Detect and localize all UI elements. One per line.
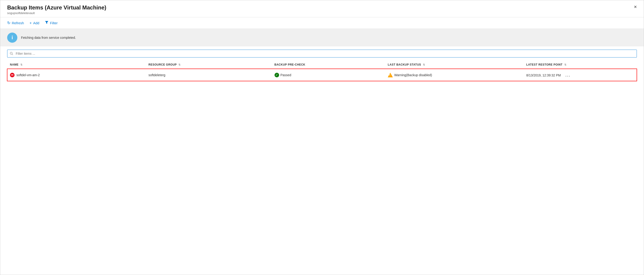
- notification-message: Fetching data from service completed.: [21, 36, 76, 39]
- add-icon: +: [30, 21, 32, 25]
- col-header-latest-restore-point[interactable]: LATEST RESTORE POINT ⇅: [524, 61, 637, 69]
- refresh-label: Refresh: [12, 21, 24, 25]
- add-label: Add: [33, 21, 39, 25]
- search-bar: [7, 50, 637, 57]
- stop-icon: [10, 73, 14, 77]
- col-header-last-backup-status[interactable]: LAST BACKUP STATUS ⇅: [385, 61, 524, 69]
- warning-icon: [388, 73, 393, 77]
- filter-icon: [45, 20, 48, 25]
- data-table: NAME ⇅ RESOURCE GROUP ⇅ BACKUP PRE-CHECK…: [7, 61, 637, 81]
- sort-icon-name: ⇅: [20, 63, 23, 66]
- filter-button[interactable]: Filter: [45, 20, 58, 25]
- col-header-name[interactable]: NAME ⇅: [7, 61, 146, 69]
- svg-marker-0: [45, 21, 48, 24]
- table-container: NAME ⇅ RESOURCE GROUP ⇅ BACKUP PRE-CHECK…: [0, 61, 644, 81]
- sort-icon-latest: ⇅: [564, 63, 566, 66]
- table-row[interactable]: softdel-vm-am-2 softdeleterg ✓ Passed: [7, 69, 637, 81]
- cell-resource-group: softdeleterg: [146, 69, 272, 81]
- panel-title: Backup Items (Azure Virtual Machine): [7, 4, 637, 11]
- notification-bar: i Fetching data from service completed.: [0, 29, 644, 46]
- close-button[interactable]: ×: [634, 4, 637, 9]
- cell-latest-restore-point: 8/13/2019, 12:39:32 PM ...: [524, 69, 637, 81]
- sort-icon-rg: ⇅: [178, 63, 181, 66]
- table-header-row: NAME ⇅ RESOURCE GROUP ⇅ BACKUP PRE-CHECK…: [7, 61, 637, 69]
- search-input[interactable]: [7, 50, 637, 57]
- more-options-button[interactable]: ...: [565, 72, 570, 78]
- sort-icon-last: ⇅: [423, 63, 425, 66]
- toolbar: ↻ Refresh + Add Filter: [0, 17, 644, 29]
- cell-last-backup-status: Warning(Backup disabled): [385, 69, 524, 81]
- check-icon: ✓: [274, 73, 279, 77]
- panel-header: Backup Items (Azure Virtual Machine) sog…: [0, 0, 644, 17]
- col-header-backup-pre-check[interactable]: BACKUP PRE-CHECK: [272, 61, 385, 69]
- refresh-button[interactable]: ↻ Refresh: [7, 20, 24, 25]
- refresh-icon: ↻: [7, 20, 10, 25]
- cell-backup-pre-check: ✓ Passed: [272, 69, 385, 81]
- panel-subtitle: sogupsoftdeletevault: [7, 11, 637, 15]
- info-icon: i: [7, 32, 17, 43]
- filter-label: Filter: [50, 21, 58, 25]
- add-button[interactable]: + Add: [30, 21, 40, 25]
- panel: Backup Items (Azure Virtual Machine) sog…: [0, 0, 644, 275]
- cell-name: softdel-vm-am-2: [7, 69, 146, 81]
- col-header-resource-group[interactable]: RESOURCE GROUP ⇅: [146, 61, 272, 69]
